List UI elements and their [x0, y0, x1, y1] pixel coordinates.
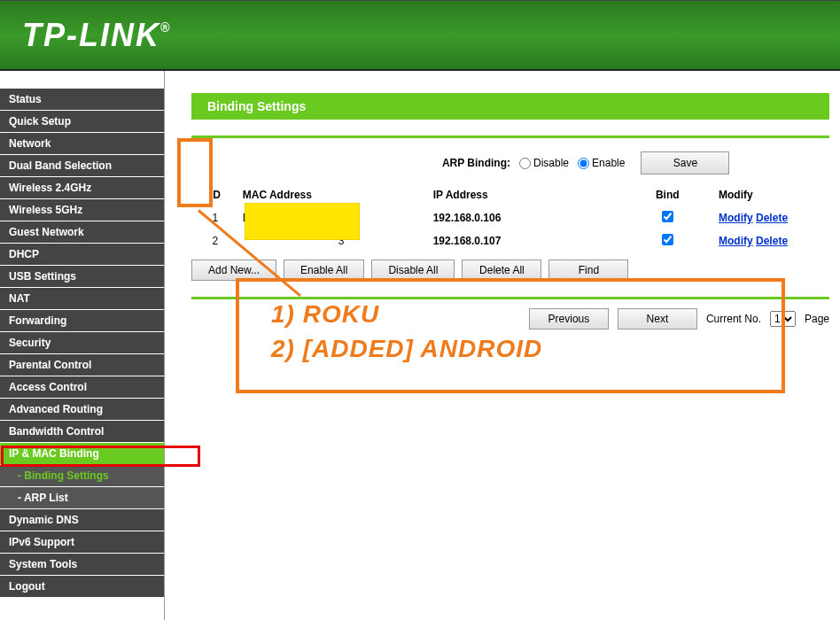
sidebar-item[interactable]: Parental Control — [0, 354, 164, 376]
divider — [191, 297, 829, 299]
sidebar-item[interactable]: IPv6 Support — [0, 531, 164, 554]
sidebar-item[interactable]: Quick Setup — [0, 111, 164, 133]
sidebar-item[interactable]: Dynamic DNS — [0, 509, 164, 531]
cell-modify: Modify Delete — [715, 206, 829, 229]
header: TP-LINK® — [0, 0, 840, 71]
brand-logo: TP-LINK® — [22, 17, 171, 54]
col-modify: Modify — [715, 183, 829, 206]
col-bind: Bind — [620, 183, 715, 206]
delete-link[interactable]: Delete — [756, 212, 788, 224]
sidebar-item[interactable]: DHCP — [0, 244, 164, 266]
save-button[interactable]: Save — [641, 151, 729, 174]
sidebar-item[interactable]: USB Settings — [0, 266, 164, 288]
sidebar-item[interactable]: Network — [0, 133, 164, 155]
page-select[interactable]: 1 — [770, 311, 796, 327]
next-button[interactable]: Next — [618, 308, 697, 330]
sidebar-item[interactable]: Wireless 2.4GHz — [0, 177, 164, 199]
divider — [191, 136, 829, 138]
table-button-row: Add New... Enable All Disable All Delete… — [191, 260, 829, 281]
sidebar-item[interactable]: Forwarding — [0, 310, 164, 332]
arp-disable-option[interactable]: Disable — [519, 157, 569, 169]
delete-all-button[interactable]: Delete All — [462, 260, 541, 281]
mac-redaction — [245, 203, 360, 240]
main-content: Binding Settings ARP Binding: Disable En… — [165, 71, 840, 620]
sidebar-item[interactable]: Guest Network — [0, 221, 164, 244]
sidebar-item[interactable]: Wireless 5GHz — [0, 199, 164, 221]
current-no-label: Current No. — [706, 313, 761, 325]
sidebar: StatusQuick SetupNetworkDual Band Select… — [0, 71, 165, 620]
sidebar-item[interactable]: Status — [0, 89, 164, 111]
binding-table-wrap: ID MAC Address IP Address Bind Modify 1D… — [191, 183, 829, 281]
enable-all-button[interactable]: Enable All — [284, 260, 364, 281]
pager: Previous Next Current No. 1 Page — [191, 308, 829, 330]
bind-checkbox[interactable] — [662, 234, 673, 245]
delete-link[interactable]: Delete — [756, 235, 788, 247]
sidebar-item[interactable]: Advanced Routing — [0, 399, 164, 421]
sidebar-sub-item[interactable]: - ARP List — [0, 487, 164, 509]
sidebar-item[interactable]: Security — [0, 332, 164, 354]
previous-button[interactable]: Previous — [529, 308, 609, 330]
cell-bind — [620, 229, 715, 252]
arp-enable-radio[interactable] — [578, 158, 589, 169]
arp-binding-row: ARP Binding: Disable Enable Save — [191, 147, 829, 183]
sidebar-item[interactable]: Dual Band Selection — [0, 155, 164, 177]
sidebar-item[interactable]: NAT — [0, 288, 164, 310]
modify-link[interactable]: Modify — [719, 235, 753, 247]
add-new-button[interactable]: Add New... — [191, 260, 276, 281]
cell-modify: Modify Delete — [715, 229, 829, 252]
col-id: ID — [191, 183, 239, 206]
find-button[interactable]: Find — [548, 260, 628, 281]
arp-disable-radio[interactable] — [519, 158, 531, 169]
cell-bind — [620, 206, 715, 229]
page-label: Page — [805, 313, 829, 325]
cell-id: 2 — [191, 229, 239, 252]
sidebar-item[interactable]: Access Control — [0, 376, 164, 399]
annotation-text-box — [236, 278, 785, 393]
modify-link[interactable]: Modify — [719, 212, 753, 224]
cell-ip: 192.168.0.106 — [430, 206, 620, 229]
sidebar-sub-item[interactable]: - Binding Settings — [0, 465, 164, 487]
sidebar-item[interactable]: Logout — [0, 576, 164, 598]
arp-binding-label: ARP Binding: — [191, 157, 519, 169]
cell-ip: 192.168.0.107 — [430, 229, 620, 252]
sidebar-item[interactable]: Bandwidth Control — [0, 421, 164, 443]
disable-all-button[interactable]: Disable All — [371, 260, 455, 281]
bind-checkbox[interactable] — [662, 211, 673, 222]
panel-title: Binding Settings — [191, 93, 829, 120]
annotation-text: 1) ROKU 2) [ADDED] ANDROID — [271, 297, 542, 366]
sidebar-item[interactable]: System Tools — [0, 554, 164, 576]
cell-id: 1 — [191, 206, 239, 229]
sidebar-item[interactable]: IP & MAC Binding — [0, 443, 164, 465]
col-ip: IP Address — [430, 183, 620, 206]
arp-enable-option[interactable]: Enable — [578, 157, 625, 169]
